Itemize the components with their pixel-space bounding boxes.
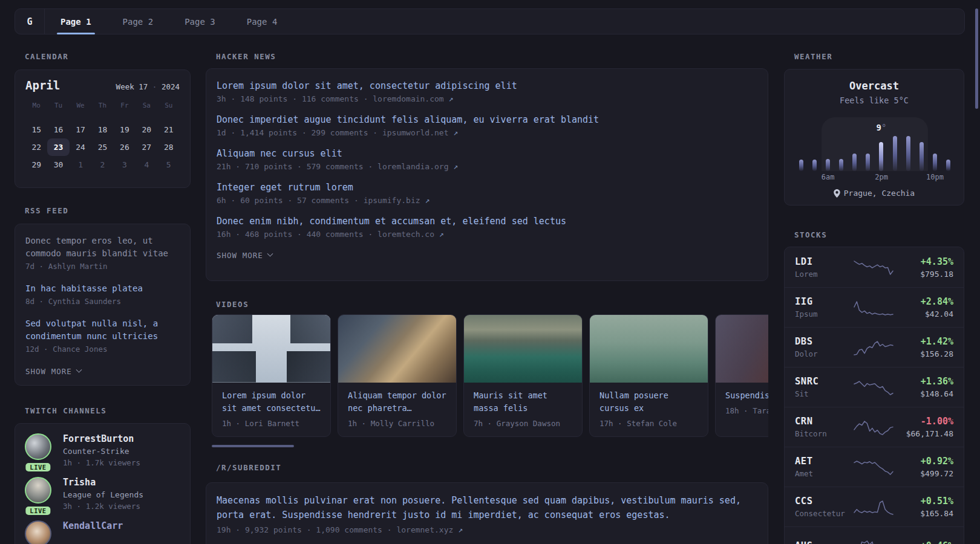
stock-values: +1.42% $156.28 [920,336,953,358]
show-more-label: SHOW MORE [217,251,263,260]
twitch-avatar-wrap: LIVE [25,477,54,511]
calendar-day: 29 [25,156,47,173]
video-title[interactable]: Nullam posuere cursus ex [599,389,698,415]
hacker-news-meta-text: 16h · 468 points · 440 comments · loremt… [217,230,439,239]
weather-bar [933,154,937,171]
app-logo[interactable]: G [15,9,44,34]
twitch-channel-name[interactable]: ForrestBurton [63,433,140,444]
video-title[interactable]: Aliquam tempor dolor nec pharetra… [348,389,446,415]
video-thumbnail[interactable] [338,315,456,383]
stock-sparkline [853,458,894,476]
live-badge: LIVE [25,463,50,471]
hacker-news-item-meta: 21h · 710 points · 579 comments · loreml… [217,162,757,171]
video-title[interactable]: Lorem ipsum dolor sit amet consectetu… [222,389,321,415]
hacker-news-item-meta: 16h · 468 points · 440 comments · loremt… [217,230,757,239]
twitch-channel-info: KendallCarr [63,520,123,544]
stock-price: $499.72 [920,469,953,478]
hacker-news-item-title[interactable]: Aliquam nec cursus elit [217,147,757,160]
weather-section-title: WEATHER [794,52,832,61]
stock-symbol: AHS [795,540,853,544]
weather-bar [839,159,843,171]
calendar-day-grid: 15 16 17 18 19 20 21 22 23 24 25 26 [25,121,180,173]
video-card-body: Aliquam tempor dolor nec pharetra… 1h · … [338,383,456,436]
page-tab[interactable]: Page 1 [45,9,107,34]
stock-change: +1.42% [920,336,953,347]
video-card[interactable]: Suspendisse diam 18h · Tara [715,314,768,437]
stock-change: +2.84% [921,296,953,307]
video-thumbnail[interactable] [464,315,582,383]
page-tab[interactable]: Page 4 [231,9,293,34]
calendar-day: 28 [158,138,180,156]
live-badge: LIVE [25,507,50,515]
hacker-news-item-title[interactable]: Integer eget rutrum lorem [217,181,757,194]
video-title[interactable]: Mauris sit amet massa felis [474,389,572,415]
video-meta: 18h · Tara [725,406,768,415]
videos-horizontal-scrollbar[interactable] [212,445,294,447]
separator-dot: · [152,82,157,91]
video-card-body: Lorem ipsum dolor sit amet consectetu… 1… [212,383,330,436]
calendar-day: 2 [91,156,113,173]
calendar-header: April Week 17 · 2024 [25,79,180,92]
stock-row[interactable]: LDI Lorem +4.35% $795.18 [785,247,964,287]
stock-row[interactable]: CCS Consectetur +0.51% $165.84 [785,487,964,526]
stock-row[interactable]: CRN Bitcorn -1.00% $66,171.48 [785,407,964,447]
external-link-icon: ↗ [425,196,430,205]
stock-change: +0.92% [920,456,953,467]
stock-id: IIG Ipsum [795,296,853,319]
twitch-channel-row[interactable]: LIVE Trisha League of Legends 3h · 1.2k … [25,477,180,511]
video-card[interactable]: Lorem ipsum dolor sit amet consectetu… 1… [212,314,331,437]
rss-show-more-button[interactable]: SHOW MORE [25,367,81,376]
weather-hour-label: 10pm [926,173,944,181]
stock-change: +0.51% [920,496,953,507]
stock-row[interactable]: DBS Dolor +1.42% $156.28 [785,327,964,367]
hacker-news-item-title[interactable]: Donec imperdiet augue tincidunt felis al… [217,114,757,126]
chevron-down-icon [76,367,82,373]
twitch-channel-name[interactable]: KendallCarr [63,520,123,531]
calendar-day: 22 [25,138,47,156]
rss-item-title[interactable]: Donec tempor eros leo, ut commodo mauris… [25,235,180,260]
rss-item-title[interactable]: Sed volutpat nulla nisl, a condimentum n… [25,317,180,343]
hacker-news-show-more-button[interactable]: SHOW MORE [217,251,272,260]
twitch-channel-name[interactable]: Trisha [63,477,143,488]
video-title[interactable]: Suspendisse diam [725,389,768,402]
video-thumbnail[interactable] [590,315,708,383]
page-tab[interactable]: Page 2 [107,9,169,34]
weather-bar [879,142,883,171]
weather-bar [866,154,870,171]
weather-feels-like: Feels like 5°C [785,96,964,105]
video-thumbnail[interactable] [212,315,330,383]
weather-bar [826,159,830,171]
subreddit-post-title[interactable]: Maecenas mollis pulvinar erat non posuer… [217,493,757,522]
rss-item: In hac habitasse platea 8d · Cynthia Sau… [25,282,180,306]
hacker-news-item-title[interactable]: Donec enim nibh, condimentum et accumsan… [217,215,757,228]
video-card[interactable]: Nullam posuere cursus ex 17h · Stefan Co… [589,314,708,437]
stock-row[interactable]: AHS +0.46% [785,526,964,544]
rss-item-title[interactable]: In hac habitasse platea [25,282,180,295]
stock-name: Consectetur [795,509,853,518]
hacker-news-item-title[interactable]: Lorem ipsum dolor sit amet, consectetur … [217,80,757,92]
stock-row[interactable]: IIG Ipsum +2.84% $42.04 [785,287,964,327]
stock-id: DBS Dolor [795,336,853,358]
degree-symbol: ° [881,123,886,132]
weekday-label: Mo [25,100,47,113]
stock-row[interactable]: SNRC Sit +1.36% $148.64 [785,367,964,407]
page-tab[interactable]: Page 3 [169,9,231,34]
calendar-widget: April Week 17 · 2024 Mo Tu We Th Fr Sa S… [15,70,191,188]
stock-id: AHS [795,540,853,544]
weather-bar [906,136,910,171]
calendar-day: 30 [47,156,69,173]
video-meta: 17h · Stefan Cole [599,419,698,428]
stock-symbol: DBS [795,336,853,347]
vertical-scrollbar[interactable] [975,8,978,109]
video-card[interactable]: Mauris sit amet massa felis 7h · Grayson… [463,314,583,437]
twitch-channel-row[interactable]: KendallCarr [25,520,180,544]
dashboard-page: G Page 1 Page 2 Page 3 Page 4 CALENDAR R… [0,0,980,544]
hacker-news-item: Donec enim nibh, condimentum et accumsan… [217,215,757,239]
video-thumbnail[interactable] [716,315,768,383]
twitch-channel-row[interactable]: LIVE ForrestBurton Counter-Strike 1h · 1… [25,433,180,467]
hacker-news-meta-text: 1d · 1,414 points · 299 comments · ipsum… [217,128,453,137]
twitch-channel-info: ForrestBurton Counter-Strike 1h · 1.7k v… [63,433,140,467]
calendar-day: 19 [114,121,136,138]
video-card[interactable]: Aliquam tempor dolor nec pharetra… 1h · … [338,314,457,437]
stock-row[interactable]: AET Amet +0.92% $499.72 [785,447,964,487]
